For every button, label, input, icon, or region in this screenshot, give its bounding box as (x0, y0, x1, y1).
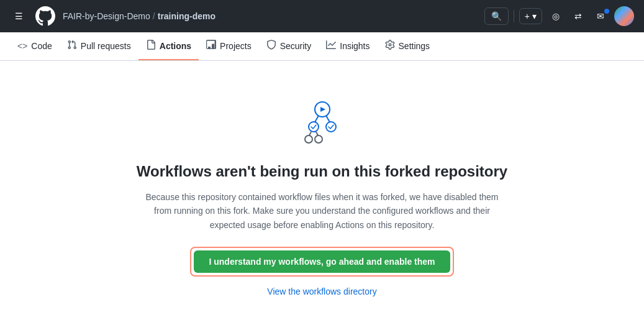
security-icon (266, 40, 276, 52)
issues-icon: ◎ (552, 11, 560, 21)
tab-actions-label: Actions (160, 41, 191, 51)
hamburger-button[interactable]: ☰ (10, 9, 28, 24)
tab-settings-label: Settings (399, 41, 430, 51)
svg-point-8 (305, 135, 312, 143)
tab-projects-label: Projects (220, 41, 252, 51)
pull-requests-tab-icon (67, 40, 77, 52)
workflow-illustration (297, 98, 347, 148)
chevron-down-icon: ▾ (532, 11, 537, 21)
breadcrumb-separator: / (153, 11, 155, 21)
actions-icon (146, 40, 156, 52)
projects-icon (206, 40, 216, 52)
nav-divider (514, 10, 514, 22)
settings-icon (385, 40, 395, 52)
tab-settings[interactable]: Settings (378, 32, 438, 60)
repo-nav: <> Code Pull requests Actions Projects (0, 32, 644, 61)
inbox-button[interactable]: ✉ (592, 9, 609, 24)
main-content: Workflows aren't being run on this forke… (0, 61, 644, 321)
avatar[interactable] (614, 6, 634, 26)
insights-icon (326, 40, 336, 52)
tab-actions[interactable]: Actions (138, 32, 199, 60)
top-nav-actions: 🔍 + ▾ ◎ ⇄ ✉ (484, 6, 634, 26)
top-nav: ☰ FAIR-by-Design-Demo / training-demo 🔍 … (0, 0, 644, 32)
pull-requests-button[interactable]: ⇄ (569, 9, 587, 24)
page-description: Because this repository contained workfl… (142, 190, 502, 232)
search-icon: 🔍 (491, 11, 502, 21)
svg-point-5 (326, 122, 336, 132)
code-icon: <> (17, 41, 27, 51)
plus-icon: + (525, 11, 530, 21)
svg-point-9 (315, 135, 322, 143)
search-button[interactable]: 🔍 (484, 7, 509, 25)
tab-pull-requests-label: Pull requests (81, 41, 131, 51)
tab-code-label: Code (31, 41, 52, 51)
repo-link[interactable]: training-demo (158, 11, 215, 21)
tab-insights[interactable]: Insights (319, 32, 377, 60)
breadcrumb: FAIR-by-Design-Demo / training-demo (63, 11, 477, 21)
tab-projects[interactable]: Projects (199, 32, 259, 60)
svg-point-4 (309, 122, 319, 132)
org-link[interactable]: FAIR-by-Design-Demo (63, 11, 150, 21)
tab-code[interactable]: <> Code (10, 34, 60, 60)
tab-insights-label: Insights (340, 41, 370, 51)
enable-workflows-button[interactable]: I understand my workflows, go ahead and … (194, 250, 450, 273)
pull-request-icon: ⇄ (574, 11, 582, 21)
create-new-button[interactable]: + ▾ (519, 8, 542, 24)
issues-button[interactable]: ◎ (547, 9, 565, 24)
tab-pull-requests[interactable]: Pull requests (60, 32, 138, 60)
view-workflows-link[interactable]: View the workflows directory (267, 286, 376, 296)
github-logo (35, 6, 55, 26)
tab-security[interactable]: Security (259, 32, 319, 60)
inbox-icon: ✉ (597, 11, 604, 21)
tab-security-label: Security (280, 41, 312, 51)
page-title: Workflows aren't being run on this forke… (137, 163, 507, 180)
enable-button-wrapper: I understand my workflows, go ahead and … (190, 247, 453, 277)
